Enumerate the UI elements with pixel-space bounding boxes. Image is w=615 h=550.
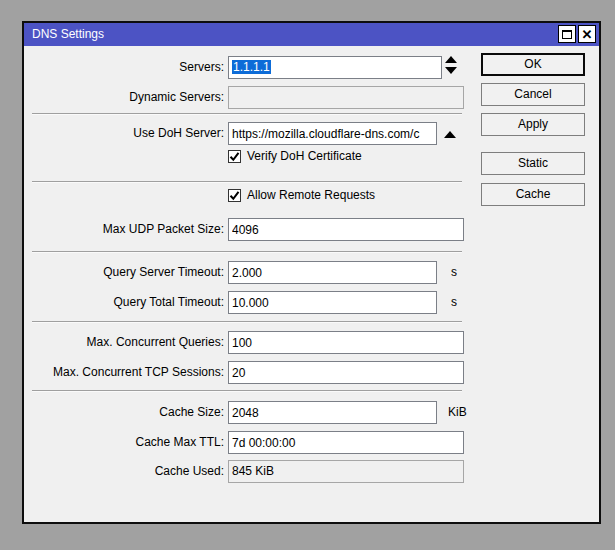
apply-button[interactable]: Apply <box>481 113 585 136</box>
cache-used-value: 845 KiB <box>228 460 464 483</box>
window-title: DNS Settings <box>32 23 104 46</box>
max-concurrent-queries-label: Max. Concurrent Queries: <box>24 331 224 354</box>
servers-updown-control[interactable] <box>445 56 457 74</box>
use-doh-server-input[interactable] <box>228 122 437 145</box>
cache-button[interactable]: Cache <box>481 183 585 206</box>
servers-input[interactable]: 1.1.1.1 <box>228 56 442 79</box>
close-icon: ✕ <box>582 28 593 41</box>
servers-selected-text: 1.1.1.1 <box>232 60 271 74</box>
static-button[interactable]: Static <box>481 152 585 175</box>
titlebar[interactable]: DNS Settings ✕ <box>24 23 599 46</box>
max-concurrent-tcp-sessions-label: Max. Concurrent TCP Sessions: <box>24 361 224 384</box>
dynamic-servers-input <box>228 86 464 109</box>
collapse-arrow-icon <box>444 131 456 138</box>
max-udp-packet-size-label: Max UDP Packet Size: <box>24 218 224 241</box>
doh-collapse-button[interactable] <box>444 131 456 138</box>
section-separator <box>32 390 462 391</box>
cache-max-ttl-input[interactable] <box>228 431 464 454</box>
unit-label: KiB <box>448 401 467 424</box>
section-separator <box>32 113 462 114</box>
check-icon <box>229 190 240 201</box>
allow-remote-requests-label[interactable]: Allow Remote Requests <box>247 188 375 203</box>
servers-label: Servers: <box>24 56 224 79</box>
query-total-timeout-input[interactable] <box>228 291 437 314</box>
max-udp-packet-size-input[interactable] <box>228 218 464 241</box>
query-server-timeout-label: Query Server Timeout: <box>24 261 224 284</box>
dynamic-servers-label: Dynamic Servers: <box>24 86 224 109</box>
section-separator <box>32 251 462 252</box>
allow-remote-requests-checkbox[interactable] <box>228 189 241 202</box>
unit-label: s <box>451 291 457 314</box>
cache-size-label: Cache Size: <box>24 401 224 424</box>
down-arrow-icon <box>445 67 457 74</box>
max-concurrent-tcp-sessions-input[interactable] <box>228 361 464 384</box>
up-arrow-icon <box>445 56 457 63</box>
query-total-timeout-label: Query Total Timeout: <box>24 291 224 314</box>
cache-used-label: Cache Used: <box>24 460 224 483</box>
maximize-icon <box>562 30 572 39</box>
verify-doh-certificate-label[interactable]: Verify DoH Certificate <box>247 149 362 164</box>
section-separator <box>32 321 462 322</box>
ok-button[interactable]: OK <box>481 53 585 76</box>
query-server-timeout-input[interactable] <box>228 261 437 284</box>
close-button[interactable]: ✕ <box>578 25 596 43</box>
unit-label: s <box>451 261 457 284</box>
section-separator <box>32 181 462 182</box>
use-doh-server-label: Use DoH Server: <box>24 122 224 145</box>
cache-max-ttl-label: Cache Max TTL: <box>24 431 224 454</box>
verify-doh-certificate-checkbox[interactable] <box>228 150 241 163</box>
check-icon <box>229 151 240 162</box>
cancel-button[interactable]: Cancel <box>481 83 585 106</box>
cache-size-input[interactable] <box>228 401 437 424</box>
maximize-button[interactable] <box>558 25 576 43</box>
max-concurrent-queries-input[interactable] <box>228 331 464 354</box>
dns-settings-window: DNS Settings ✕ Servers: 1.1.1.1 Dynamic … <box>22 21 601 524</box>
